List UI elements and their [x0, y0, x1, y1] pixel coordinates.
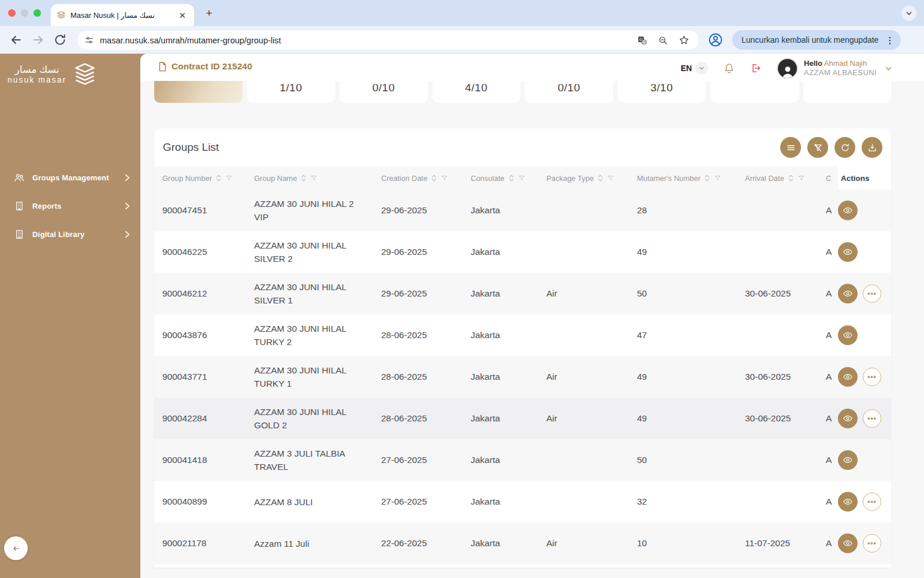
columns-menu-button[interactable]: [780, 137, 801, 158]
filter-icon[interactable]: [225, 175, 233, 182]
more-button[interactable]: •••: [863, 284, 881, 303]
language-selector[interactable]: EN: [681, 64, 692, 73]
column-header-label: C: [826, 174, 831, 183]
stat-value: 2/10: [743, 81, 766, 103]
more-button[interactable]: •••: [863, 492, 881, 511]
refresh-button[interactable]: [834, 137, 855, 158]
cell-mutamers-number: 50: [637, 455, 745, 465]
browser-window: Masar Nusuk | نسك مسار ✕ + ma: [0, 0, 924, 578]
stat-card[interactable]: 3/10: [803, 81, 892, 103]
cell-group-name: AZZAM 30 JUNI HILAL TURKY 1: [254, 364, 381, 390]
filter-icon[interactable]: [714, 175, 721, 182]
language-dropdown-button[interactable]: [695, 62, 708, 75]
minimize-window-button[interactable]: [21, 9, 28, 17]
view-group-button[interactable]: [838, 284, 858, 303]
browser-toolbar: masar.nusuk.sa/umrah/mutamer-group/group…: [0, 26, 924, 54]
collapse-sidebar-button[interactable]: [4, 536, 28, 560]
sort-icon[interactable]: [300, 174, 307, 182]
column-header: Group Number: [162, 174, 254, 183]
tab-close-icon[interactable]: ✕: [176, 10, 188, 21]
back-button[interactable]: [9, 33, 23, 47]
bookmark-star-icon[interactable]: [679, 35, 690, 46]
cell-mutamers-number: 47: [637, 330, 745, 340]
cell-group-number: 900043771: [162, 372, 254, 382]
filter-icon[interactable]: [518, 175, 526, 182]
contract-id-text: Contract ID 215240: [172, 61, 252, 72]
browser-update-button[interactable]: Luncurkan kembali untuk mengupdate ⋮: [732, 30, 901, 50]
logo-arabic-text: نسك مسار: [15, 64, 59, 75]
eye-icon: [843, 413, 853, 424]
maximize-window-button[interactable]: [33, 9, 41, 17]
forward-button[interactable]: [31, 33, 45, 47]
download-button[interactable]: [862, 137, 882, 158]
sort-icon[interactable]: [788, 174, 794, 182]
sort-icon[interactable]: [704, 174, 710, 182]
stat-card[interactable]: 0/10: [340, 81, 428, 103]
view-group-button[interactable]: [838, 367, 858, 387]
sidebar-item[interactable]: Digital Library: [0, 220, 140, 249]
sort-icon[interactable]: [215, 174, 222, 182]
refresh-icon: [840, 143, 850, 153]
filter-icon[interactable]: [798, 175, 805, 182]
more-button[interactable]: •••: [863, 534, 881, 553]
filter-icon[interactable]: [607, 175, 614, 182]
sort-icon[interactable]: [431, 174, 437, 182]
stat-value: 0/10: [558, 81, 580, 103]
sort-icon[interactable]: [508, 174, 515, 182]
column-header-label: Arrival Date: [745, 174, 784, 183]
stat-card[interactable]: 4/10: [433, 81, 521, 103]
more-button[interactable]: •••: [863, 368, 881, 386]
notifications-button[interactable]: [723, 62, 735, 75]
table-body: 900047451 AZZAM 30 JUNI HILAL 2 VIP 29-0…: [154, 190, 891, 564]
view-group-button[interactable]: [838, 201, 858, 220]
translate-icon[interactable]: G: [637, 35, 647, 46]
stat-card[interactable]: 1/10: [247, 81, 336, 103]
column-header: Arrival Date: [745, 174, 826, 183]
building-icon: [14, 201, 25, 212]
stat-card[interactable]: 3/10: [618, 81, 706, 103]
filter-icon[interactable]: [441, 175, 448, 182]
view-group-button[interactable]: [838, 242, 858, 262]
logo-book-icon: [72, 61, 98, 87]
stat-card[interactable]: [154, 81, 243, 103]
url-bar[interactable]: masar.nusuk.sa/umrah/mutamer-group/group…: [77, 31, 699, 50]
close-window-button[interactable]: [8, 9, 16, 17]
user-menu-chevron-icon[interactable]: [885, 65, 892, 72]
stat-card[interactable]: 0/10: [525, 81, 613, 103]
view-group-button[interactable]: [838, 325, 858, 345]
view-group-button[interactable]: [838, 450, 858, 470]
view-group-button[interactable]: [838, 492, 858, 512]
table-row: 900047451 AZZAM 30 JUNI HILAL 2 VIP 29-0…: [154, 190, 891, 231]
clear-filters-button[interactable]: [807, 137, 828, 158]
row-actions: [838, 314, 891, 356]
reload-button[interactable]: [53, 33, 67, 47]
sort-icon[interactable]: [597, 174, 603, 182]
stat-card[interactable]: 2/10: [710, 81, 799, 103]
logout-button[interactable]: [750, 62, 762, 74]
browser-profile-icon[interactable]: [708, 32, 723, 47]
filter-icon[interactable]: [310, 175, 318, 182]
cell-consulate: Jakarta: [471, 288, 546, 299]
browser-tab[interactable]: Masar Nusuk | نسك مسار ✕: [51, 4, 194, 26]
sidebar-item-label: Digital Library: [32, 230, 84, 239]
cell-mutamers-number: 50: [637, 288, 745, 299]
new-tab-button[interactable]: +: [202, 6, 217, 21]
view-group-button[interactable]: [838, 533, 858, 553]
more-button[interactable]: •••: [863, 409, 881, 428]
cell-consulate: Jakarta: [471, 330, 546, 340]
browser-menu-icon[interactable]: ⋮: [885, 36, 894, 45]
tab-search-button[interactable]: [901, 6, 916, 21]
cell-mutamers-number: 49: [637, 413, 745, 424]
zoom-icon[interactable]: [658, 35, 668, 46]
groups-list-title: Groups List: [163, 141, 219, 154]
sidebar-item[interactable]: Reports: [0, 192, 140, 220]
view-group-button[interactable]: [838, 409, 858, 428]
sidebar-item[interactable]: Groups Management: [0, 164, 140, 192]
app-header: Contract ID 215240 EN: [140, 54, 924, 81]
chevron-right-icon: [125, 174, 130, 181]
eye-icon: [843, 372, 853, 382]
site-settings-icon[interactable]: [84, 35, 94, 45]
user-info[interactable]: Hello Ahmad Najih AZZAM ALBAESUNI: [804, 59, 877, 77]
column-header-label: Creation Date: [381, 174, 427, 183]
user-avatar[interactable]: [777, 58, 798, 79]
